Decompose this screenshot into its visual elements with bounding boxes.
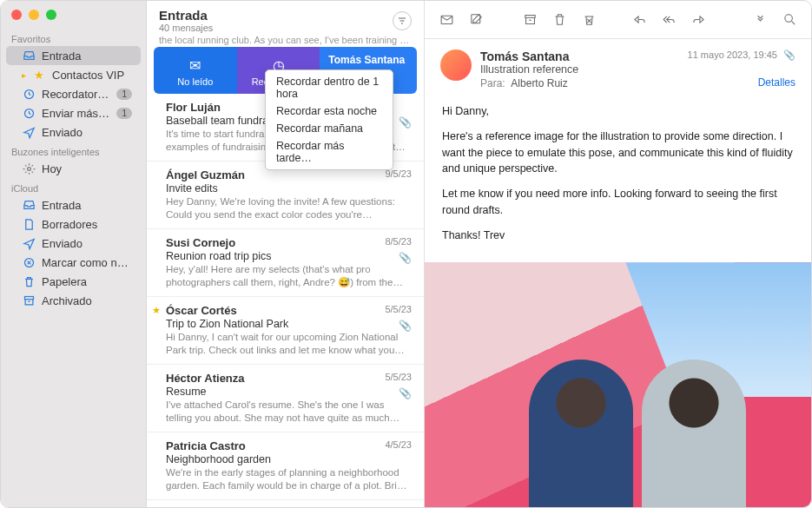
- new-message-button[interactable]: [465, 9, 487, 31]
- message-date: 9/5/23: [385, 168, 412, 181]
- trash-icon: [22, 274, 36, 288]
- truncated-preview: the local running club. As you can see, …: [147, 35, 424, 47]
- sender-name: Ángel Guzmán: [166, 168, 245, 181]
- junk-button[interactable]: [578, 9, 600, 31]
- sidebar-item-label: Enviar más tarde: [42, 107, 110, 120]
- reply-button[interactable]: [628, 9, 650, 31]
- sidebar-item-junk[interactable]: Marcar como no de…: [6, 253, 141, 272]
- clock-icon: [22, 87, 36, 101]
- message-subject: Illustration reference: [480, 63, 679, 76]
- attachment-icon: 📎: [399, 116, 412, 129]
- attachment-icon: 📎: [399, 252, 412, 264]
- sidebar-item-label: Entrada: [42, 49, 132, 63]
- window-controls: [1, 6, 146, 29]
- message-date: 5/5/23: [385, 304, 412, 317]
- body-paragraph: Here's a reference image for the illustr…: [442, 129, 794, 177]
- sidebar-item-today[interactable]: Hoy: [6, 159, 141, 178]
- message-date: 4/5/23: [385, 439, 412, 452]
- delete-button[interactable]: [548, 9, 571, 31]
- count-badge: 1: [116, 89, 132, 100]
- swipe-label: No leído: [177, 76, 213, 87]
- message-list-item[interactable]: Ángel Guzmán9/5/23Invite editsHey Danny,…: [147, 162, 424, 229]
- body-paragraph: Thanks! Trev: [442, 228, 794, 244]
- to-label: Para:: [480, 77, 505, 89]
- archive-icon: [22, 294, 36, 307]
- x-circle-icon: [22, 255, 36, 269]
- flag-star-icon: ★: [152, 305, 161, 316]
- sidebar: Favoritos Entrada ▸ ★ Contactos VIP Reco…: [1, 1, 147, 507]
- message-count: 40 mensajes: [159, 23, 213, 33]
- message-subject: Resume: [166, 386, 412, 398]
- sidebar-section-smart: Buzones inteligentes: [1, 142, 146, 159]
- sidebar-item-label: Archivado: [42, 294, 132, 307]
- sidebar-item-drafts[interactable]: Borradores: [6, 214, 141, 234]
- more-button[interactable]: [749, 9, 771, 31]
- remind-menu-item-1h[interactable]: Recordar dentro de 1 hora: [266, 73, 393, 102]
- message-list-item[interactable]: ↩Úrsula Zamorano3/5/23Park PhotosHi Dann…: [147, 500, 424, 507]
- message-list-item[interactable]: Héctor Atienza5/5/23ResumeI've attached …: [147, 365, 424, 432]
- attachment-image[interactable]: [425, 262, 811, 507]
- reply-all-button[interactable]: [657, 9, 680, 31]
- message-preview: I've attached Carol's resume. She's the …: [166, 399, 412, 425]
- sidebar-item-label: Contactos VIP: [52, 69, 132, 82]
- clock-icon: [22, 106, 36, 120]
- compose-button[interactable]: [435, 9, 458, 31]
- count-badge: 1: [116, 108, 132, 119]
- sidebar-item-label: Entrada: [42, 199, 132, 212]
- sidebar-item-archive[interactable]: Archivado: [6, 291, 141, 310]
- archive-button[interactable]: [518, 9, 541, 31]
- sidebar-section-icloud: iCloud: [1, 178, 146, 195]
- sidebar-item-icloud-sent[interactable]: Enviado: [6, 234, 141, 253]
- search-button[interactable]: [778, 9, 801, 31]
- sidebar-item-icloud-inbox[interactable]: Entrada: [6, 195, 141, 214]
- message-body: Hi Danny, Here's a reference image for t…: [425, 96, 811, 262]
- sidebar-item-vip[interactable]: ▸ ★ Contactos VIP: [6, 65, 141, 84]
- sidebar-item-reminders[interactable]: Recordatorios 1: [6, 84, 141, 103]
- star-icon: ★: [32, 68, 46, 82]
- svg-rect-6: [471, 15, 479, 23]
- filter-button[interactable]: [393, 11, 412, 30]
- sidebar-item-trash[interactable]: Papelera: [6, 272, 141, 291]
- body-paragraph: Let me know if you need more info. Looki…: [442, 186, 794, 219]
- swipe-sender-name: Tomás Santana: [328, 54, 405, 66]
- sidebar-item-label: Hoy: [42, 162, 132, 175]
- sidebar-item-label: Enviado: [42, 126, 132, 139]
- message-date: 8/5/23: [385, 236, 412, 249]
- message-list-item[interactable]: ★Óscar Cortés5/5/23Trip to Zion National…: [147, 297, 424, 365]
- message-list-pane: Entrada 40 mensajes the local running cl…: [147, 1, 425, 507]
- swipe-mark-unread[interactable]: ✉ No leído: [154, 47, 237, 94]
- sender-name: Susi Cornejo: [166, 236, 235, 249]
- message-header: Tomás Santana Illustration reference Par…: [425, 39, 811, 96]
- mailbox-title: Entrada: [159, 8, 213, 23]
- message-subject: Reunion road trip pics: [166, 250, 412, 262]
- remind-menu-item-tonight[interactable]: Recordar esta noche: [266, 102, 393, 120]
- forward-button[interactable]: [687, 9, 710, 31]
- message-preview: Hey, y'all! Here are my selects (that's …: [166, 263, 412, 289]
- close-window-button[interactable]: [11, 10, 22, 20]
- message-list-item[interactable]: Patricia Castro4/5/23Neighborhood garden…: [147, 432, 424, 500]
- message-preview: We're in the early stages of planning a …: [166, 466, 412, 492]
- avatar: [440, 49, 472, 81]
- swipe-actions-row: ✉ No leído ◷ Recordato… Tomás Santana Il…: [154, 47, 417, 94]
- sender-name: Flor Luján: [166, 101, 221, 114]
- document-icon: [22, 217, 36, 231]
- sidebar-item-sent[interactable]: Enviado: [6, 122, 141, 142]
- sidebar-item-label: Borradores: [42, 218, 132, 231]
- attachment-icon: 📎: [783, 49, 795, 60]
- message-list-item[interactable]: Susi Cornejo8/5/23Reunion road trip pics…: [147, 229, 424, 297]
- details-link[interactable]: Detalles: [688, 76, 795, 89]
- inbox-icon: [22, 49, 36, 63]
- to-name: Alberto Ruiz: [511, 77, 567, 89]
- message-preview: Hey Danny, We're loving the invite! A fe…: [166, 195, 412, 221]
- sidebar-item-inbox[interactable]: Entrada: [6, 46, 141, 65]
- fullscreen-window-button[interactable]: [46, 10, 56, 20]
- remind-menu-item-later[interactable]: Recordar más tarde…: [266, 137, 393, 167]
- minimize-window-button[interactable]: [29, 10, 39, 20]
- svg-rect-7: [525, 16, 534, 18]
- remind-menu-item-tomorrow[interactable]: Recordar mañana: [266, 120, 393, 137]
- sidebar-item-send-later[interactable]: Enviar más tarde 1: [6, 103, 141, 122]
- envelope-icon: ✉: [189, 57, 201, 74]
- svg-point-8: [784, 15, 792, 22]
- reader-pane: Tomás Santana Illustration reference Par…: [425, 1, 811, 507]
- chevron-right-icon: ▸: [22, 70, 26, 80]
